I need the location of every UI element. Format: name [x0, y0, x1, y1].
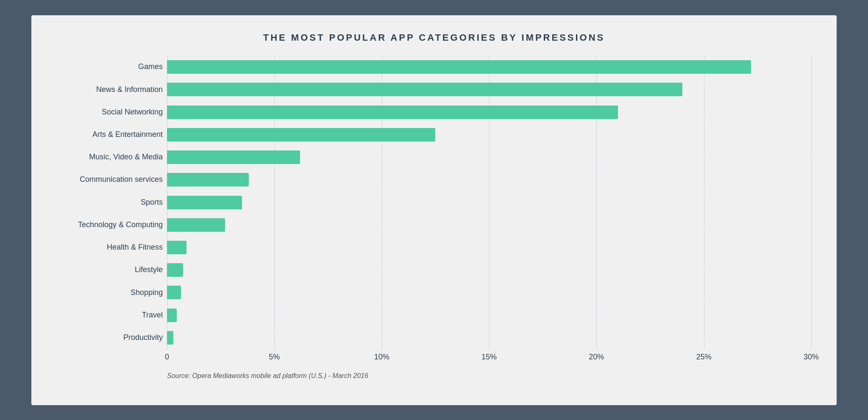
- bar: [167, 263, 183, 277]
- y-label: Travel: [57, 311, 163, 320]
- y-label: Communication services: [57, 175, 163, 184]
- bar-row: [167, 259, 811, 281]
- bar: [167, 106, 618, 119]
- chart-container: THE MOST POPULAR APP CATEGORIES BY IMPRE…: [31, 15, 837, 405]
- grid-line: [811, 56, 812, 349]
- y-label: Music, Video & Media: [57, 153, 163, 162]
- bar: [167, 331, 173, 345]
- bar-row: [167, 191, 811, 214]
- bar: [167, 128, 435, 142]
- x-tick: 30%: [804, 353, 819, 362]
- x-tick: 10%: [374, 353, 389, 362]
- bar-row: [167, 101, 811, 123]
- chart-area: GamesNews & InformationSocial Networking…: [57, 56, 811, 380]
- y-labels: GamesNews & InformationSocial Networking…: [57, 56, 167, 349]
- bar: [167, 60, 751, 74]
- x-tick: 15%: [481, 353, 497, 362]
- x-tick: 25%: [696, 353, 712, 362]
- bar: [167, 286, 181, 299]
- x-tick: 20%: [589, 353, 604, 362]
- bar: [167, 83, 682, 96]
- y-label: Lifestyle: [57, 265, 163, 275]
- bars-and-grid: [167, 56, 811, 349]
- y-label: Games: [57, 62, 163, 72]
- bar-row: [167, 304, 811, 326]
- bar-row: [167, 146, 811, 168]
- x-tick: 5%: [269, 353, 280, 362]
- x-axis: 05%10%15%20%25%30%: [167, 353, 811, 364]
- x-tick: 0: [165, 353, 169, 362]
- chart-title: THE MOST POPULAR APP CATEGORIES BY IMPRE…: [57, 32, 811, 43]
- bar-row: [167, 169, 811, 191]
- bar: [167, 196, 242, 209]
- bar-row: [167, 78, 811, 101]
- bar-row: [167, 56, 811, 78]
- bar-row: [167, 236, 811, 259]
- y-label: Social Networking: [57, 108, 163, 117]
- source-text: Source: Opera Mediaworks mobile ad platf…: [167, 372, 811, 380]
- y-label: News & Information: [57, 85, 163, 95]
- y-label: Technology & Computing: [57, 220, 163, 230]
- bar: [167, 173, 249, 186]
- bar-row: [167, 123, 811, 146]
- bar: [167, 241, 186, 254]
- y-label: Arts & Entertainment: [57, 130, 163, 139]
- bar: [167, 218, 225, 232]
- y-label: Shopping: [57, 288, 163, 298]
- bar: [167, 150, 300, 164]
- bar-row: [167, 326, 811, 349]
- y-label: Productivity: [57, 333, 163, 342]
- bar-row: [167, 281, 811, 304]
- y-label: Sports: [57, 198, 163, 207]
- bar-row: [167, 214, 811, 236]
- bars-section: GamesNews & InformationSocial Networking…: [57, 56, 811, 349]
- y-label: Health & Fitness: [57, 243, 163, 252]
- bars-rows: [167, 56, 811, 349]
- bar: [167, 309, 177, 322]
